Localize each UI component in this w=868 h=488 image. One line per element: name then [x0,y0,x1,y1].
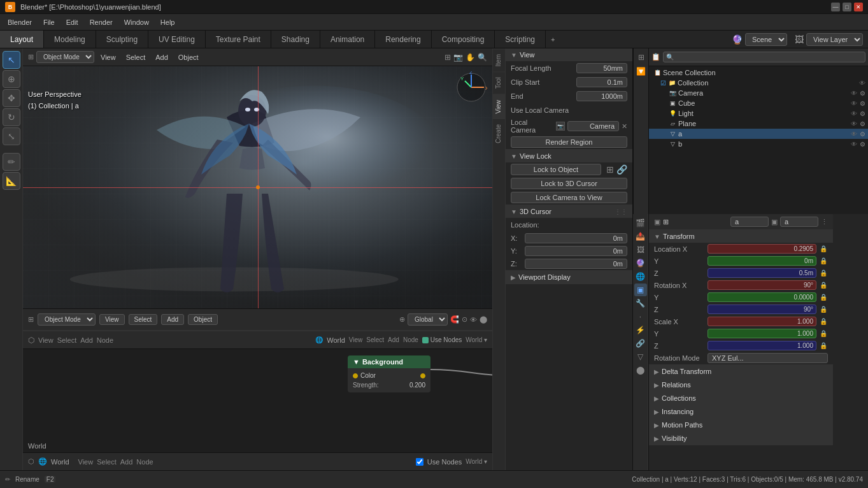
object-name-input[interactable] [730,217,769,227]
menu-file[interactable]: File [38,17,60,27]
data-props-icon[interactable]: ▽ [634,350,647,363]
render-props-icon[interactable]: 🎬 [634,217,647,229]
filter-icon-btn[interactable]: 🔽 [635,65,648,78]
outliner-icon-btn[interactable]: ⊞ [635,51,648,64]
menu-blender[interactable]: Blender [3,17,37,27]
world-props-icon[interactable]: 🌐 [634,270,647,283]
render-region-btn[interactable]: Render Region [511,136,627,148]
tab-scripting[interactable]: Scripting [495,31,546,48]
node-select-menu[interactable]: Select [57,336,77,344]
object-btn[interactable]: Object [188,314,218,325]
lock-to-object-btn[interactable]: Lock to Object [511,164,601,175]
annotate-tool[interactable]: ✏ [3,153,20,171]
cursor-tool[interactable]: ⊕ [3,70,20,88]
measure-tool[interactable]: 📐 [3,172,20,190]
rot-y-field[interactable]: 0.0000 [708,292,816,302]
node-world-selector[interactable]: World ▾ [466,336,487,343]
tab-texture-paint[interactable]: Texture Paint [206,31,271,48]
cursor-z-val[interactable]: 0m [525,259,627,269]
scale-y-lock[interactable]: 🔒 [819,330,828,337]
add-menu[interactable]: Add [152,52,172,62]
scene-icon[interactable]: 🔮 [732,34,743,45]
obj-data-link[interactable]: ▣ [771,218,778,226]
particle-props-icon[interactable]: · [634,310,647,323]
tab-uv-editing[interactable]: UV Editing [148,31,206,48]
view-lock-header[interactable]: ▼ View Lock [506,150,632,162]
scale-x-field[interactable]: 1.000 [708,317,816,326]
outliner-scene-collection[interactable]: 📋 Scene Collection [649,68,868,78]
relations-header[interactable]: ▶ Relations [649,378,833,391]
select-menu[interactable]: Select [122,52,150,62]
lock-obj-link[interactable]: 🔗 [616,164,627,175]
view-layer-selector[interactable]: View Layer [806,33,863,46]
physics-props-icon[interactable]: ⚡ [634,324,647,336]
node-node-menu[interactable]: Node [97,336,113,344]
loc-z-field[interactable]: 0.5m [708,268,816,278]
b-vis[interactable]: 👁 [851,141,857,148]
transform-dropdown[interactable]: Global [408,313,448,326]
outliner-camera[interactable]: 📷 Camera 👁 ⚙ [649,88,868,98]
add-btn[interactable]: Add [161,314,184,325]
tab-shading[interactable]: Shading [271,31,320,48]
clip-start-value[interactable]: 0.1m [576,77,627,87]
visibility-header[interactable]: ▶ Visibility [649,432,833,445]
loc-z-lock[interactable]: 🔒 [819,269,828,276]
outliner-collection[interactable]: ☑ 📁 Collection 👁 [649,78,868,88]
col-check[interactable]: ☑ [660,80,666,87]
rot-x-field[interactable]: 90° [708,280,816,290]
menu-edit[interactable]: Edit [61,17,83,27]
rot-z-lock[interactable]: 🔒 [819,306,828,313]
view-section-header[interactable]: ▼ View [506,48,632,61]
motion-paths-header[interactable]: ▶ Motion Paths [649,419,833,431]
cursor-section-header[interactable]: ▼ 3D Cursor ⋮⋮ [506,205,632,218]
zoom-icon[interactable]: 🔍 [478,53,487,62]
add-tab-button[interactable]: + [546,31,560,48]
scale-z-field[interactable]: 1.000 [708,341,816,350]
viewport-type-icon[interactable]: ⊞ [28,315,34,324]
light-vis[interactable]: 👁 [851,110,857,117]
menu-render[interactable]: Render [85,17,118,27]
object-mode-dropdown[interactable]: Object Mode [36,51,94,63]
outliner-a[interactable]: ▽ a 👁 ⚙ [649,129,868,139]
render-mode-icon[interactable]: ⬤ [480,315,487,324]
rotate-tool[interactable]: ↻ [3,108,20,126]
instancing-header[interactable]: ▶ Instancing [649,405,833,418]
plane-vis[interactable]: 👁 [851,120,857,127]
scene-selector[interactable]: Scene [745,33,787,46]
view-layer-icon[interactable]: 🖼 [795,34,804,45]
outliner-b[interactable]: ▽ b 👁 ⚙ [649,139,868,149]
node-node-btn[interactable]: Node [403,336,418,343]
constraints-props-icon[interactable]: 🔗 [634,337,647,350]
view-menu[interactable]: View [97,52,120,62]
object-menu[interactable]: Object [174,52,203,62]
bg-color-socket-out[interactable] [420,373,425,378]
cursor-x-val[interactable]: 0m [525,233,627,243]
view-btn[interactable]: View [99,314,125,325]
viewport-canvas[interactable]: User Perspective (1) Collection | a X Y … [23,66,492,308]
cam-vis[interactable]: 👁 [851,90,857,97]
rot-x-lock[interactable]: 🔒 [819,282,828,289]
loc-x-field[interactable]: 0.2905 [708,244,816,254]
vp-display-header[interactable]: ▶ Viewport Display [506,271,632,283]
close-cam-btn[interactable]: ✕ [622,122,627,131]
obj-extra-btn[interactable]: ⋮ [821,218,828,226]
material-props-icon[interactable]: ⬤ [634,364,647,377]
scale-tool[interactable]: ⤡ [3,127,20,145]
vis-icon[interactable]: 👁 [470,316,477,324]
grid-icon[interactable]: ⊞ [445,53,451,62]
minimize-button[interactable]: — [831,3,840,11]
node-select-icon[interactable]: Select [366,336,384,343]
object-data-name-input[interactable] [780,217,818,227]
col-vis[interactable]: 👁 [859,80,865,87]
node-select-footer[interactable]: Select [97,458,117,466]
outliner-search-input[interactable] [663,52,865,62]
scale-z-lock[interactable]: 🔒 [819,342,828,349]
n-tab-view[interactable]: View [493,94,505,119]
lock-camera-btn[interactable]: Lock Camera to View [511,192,627,203]
tab-rendering[interactable]: Rendering [375,31,431,48]
node-node-footer[interactable]: Node [136,458,153,466]
transform-header[interactable]: ▼ Transform [649,230,833,243]
focal-length-value[interactable]: 50mm [576,63,627,73]
object-props-icon[interactable]: ▣ [634,283,647,296]
scene-props-icon[interactable]: 🔮 [634,257,647,269]
